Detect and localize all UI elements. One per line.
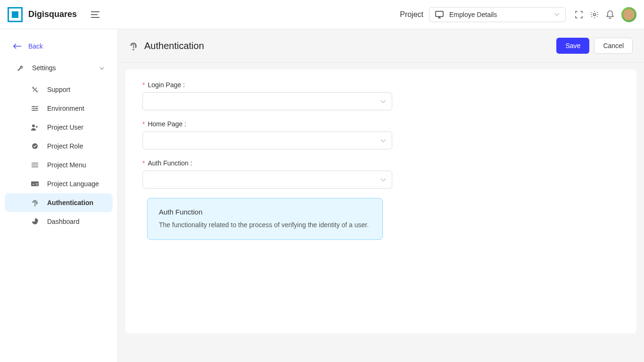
svg-point-6 [33,110,35,111]
page-title: Authentication [144,41,204,51]
sidebar-item-support[interactable]: Support [5,80,113,99]
gear-icon [590,10,599,19]
language-icon: A文 [31,181,39,186]
save-button[interactable]: Save [556,38,589,54]
required-indicator: * [142,159,145,167]
settings-button[interactable] [590,10,599,19]
hamburger-icon [91,11,99,18]
info-description: The functionality related to the process… [159,221,371,230]
sidebar: Back Settings Support Environment Projec… [0,29,118,362]
sidebar-item-label: Project Role [47,142,83,150]
chevron-down-icon [554,10,560,19]
user-avatar[interactable] [621,7,636,22]
chevron-down-icon [380,136,386,145]
sidebar-item-environment[interactable]: Environment [5,99,113,118]
auth-function-info: Auth Function The functionality related … [147,198,383,240]
settings-group-label: Settings [32,64,99,72]
fingerprint-icon [129,41,138,50]
required-indicator: * [142,120,145,128]
sliders-icon [31,106,39,111]
sidebar-item-label: Dashboard [47,218,80,225]
fullscreen-icon [575,11,583,18]
back-link-label: Back [28,42,43,50]
project-selected-value: Employe Details [449,11,554,18]
svg-point-7 [32,124,35,127]
auth-function-label: * Auth Function : [142,159,192,167]
fullscreen-button[interactable] [575,10,583,19]
notifications-button[interactable] [606,10,614,19]
home-page-label: * Home Page : [142,120,186,128]
required-indicator: * [142,81,145,89]
chevron-down-icon [380,97,386,106]
wrench-icon [17,64,24,72]
sidebar-item-project-menu[interactable]: Project Menu [5,156,113,174]
list-icon [31,163,39,167]
app-header: Digisquares Project Employe Details [0,0,644,29]
settings-group-toggle[interactable]: Settings [0,59,117,76]
menu-toggle[interactable] [91,11,99,18]
form-card: * Login Page : * Home Page : [125,69,636,333]
user-plus-icon [31,124,39,131]
brand-logo-inner [12,11,18,18]
tools-icon [31,86,39,93]
check-circle-icon [31,143,39,149]
info-title: Auth Function [159,208,371,216]
fingerprint-icon [31,199,39,206]
cancel-button[interactable]: Cancel [594,38,633,54]
brand-name: Digisquares [28,9,77,19]
arrow-left-icon [13,43,22,49]
main-content: Authentication Save Cancel * Login Page … [118,29,644,362]
page-header: Authentication Save Cancel [118,29,644,63]
auth-function-select[interactable] [142,171,392,189]
monitor-icon [435,10,444,19]
home-page-select[interactable] [142,132,392,149]
svg-point-5 [36,108,37,109]
svg-rect-0 [436,11,443,16]
sidebar-item-project-user[interactable]: Project User [5,118,113,137]
chevron-down-icon [99,64,104,72]
pie-chart-icon [31,218,39,225]
sidebar-item-label: Project User [47,123,83,131]
svg-point-1 [594,13,596,16]
sidebar-item-label: Support [47,86,70,93]
sidebar-item-label: Project Language [47,180,99,188]
project-selector[interactable]: Employe Details [429,7,566,22]
bell-icon [606,10,614,19]
login-page-select[interactable] [142,92,392,110]
sidebar-item-label: Project Menu [47,161,86,169]
svg-text:文: 文 [35,182,38,186]
sidebar-item-dashboard[interactable]: Dashboard [5,212,113,231]
sidebar-item-project-role[interactable]: Project Role [5,137,113,156]
project-label: Project [400,10,423,19]
sidebar-item-label: Authentication [47,199,93,206]
sidebar-item-label: Environment [47,105,84,112]
chevron-down-icon [380,175,386,184]
back-link[interactable]: Back [0,39,117,59]
brand-logo [8,7,23,22]
login-page-label: * Login Page : [142,81,185,89]
sidebar-item-project-language[interactable]: A文 Project Language [5,174,113,193]
svg-point-4 [33,106,34,107]
sidebar-item-authentication[interactable]: Authentication [5,193,113,212]
svg-text:A: A [33,183,34,186]
